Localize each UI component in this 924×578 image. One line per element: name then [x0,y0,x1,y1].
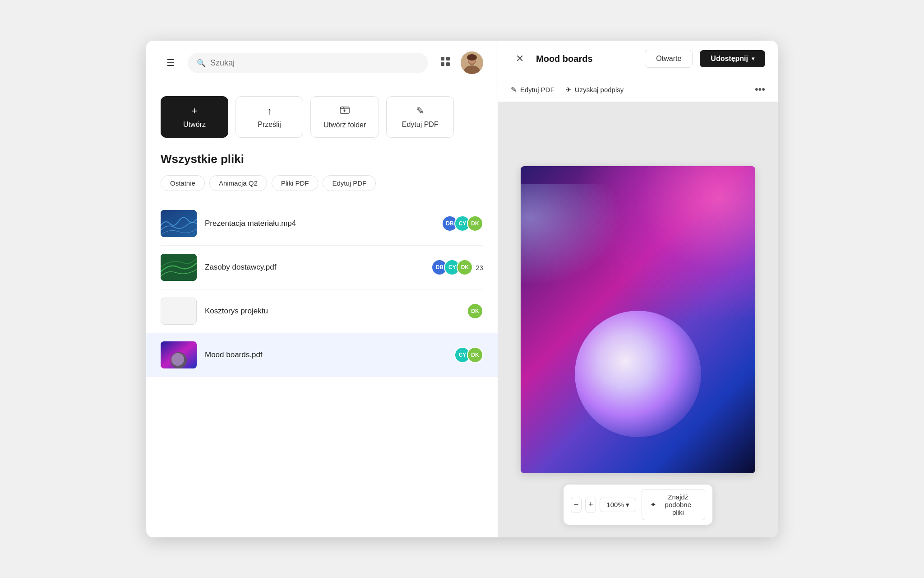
new-folder-icon [340,105,350,117]
more-icon: ••• [755,84,765,95]
get-signatures-button[interactable]: ✈ Uzyskaj podpisy [565,85,624,94]
file-name: Prezentacja materiału.mp4 [205,219,434,228]
find-similar-icon: ✦ [650,500,656,509]
file-avatar: DK [467,303,483,319]
file-thumbnail [161,298,197,325]
edit-pdf-icon-action: ✎ [416,105,424,117]
close-button[interactable]: ✕ [511,50,529,68]
open-button[interactable]: Otwarte [645,50,693,68]
svg-rect-0 [441,57,444,61]
file-avatar: DK [467,347,483,363]
file-avatar: DK [457,259,473,275]
file-item[interactable]: Kosztorys projektu DK [161,289,483,333]
file-avatar: DK [467,215,483,232]
doc-lines [175,298,182,325]
get-signatures-label: Uzyskaj podpisy [575,86,624,93]
search-input[interactable] [210,58,419,68]
action-buttons: + Utwórz ↑ Prześlij Utwórz folder [146,85,498,149]
zoom-out-button[interactable]: − [571,497,582,513]
grid-view-button[interactable] [435,53,455,73]
file-avatars: DK [467,303,483,319]
search-icon: 🔍 [197,59,206,67]
file-item-active[interactable]: Mood boards.pdf CY DK [146,333,498,377]
avatar[interactable] [461,51,483,74]
search-bar[interactable]: 🔍 [188,53,428,73]
filter-pill-editpdf[interactable]: Edytuj PDF [323,175,376,191]
preview-blob [575,311,701,437]
section-title: Wszystkie pliki [161,152,483,166]
zoom-chevron-icon: ▾ [626,501,629,509]
filter-pill-ostatnie[interactable]: Ostatnie [161,175,205,191]
svg-point-17 [171,353,184,366]
file-name: Kosztorys projektu [205,307,459,316]
file-count: 23 [476,264,483,271]
edit-pdf-label-action: Edytuj PDF [402,121,439,129]
right-panel: ✕ Mood boards Otwarte Udostępnij ▾ ✎ Edy… [498,41,778,537]
file-name: Zasoby dostawcy.pdf [205,263,423,272]
svg-point-8 [467,54,477,61]
app-window: ☰ 🔍 [146,41,778,537]
share-label: Udostępnij [711,55,748,63]
file-avatars: CY DK [454,347,483,363]
top-bar: ☰ 🔍 [146,41,498,85]
svg-rect-2 [441,62,444,66]
create-button[interactable]: + Utwórz [161,96,228,138]
filter-pills: Ostatnie Animacja Q2 Pliki PDF Edytuj PD… [161,175,483,191]
share-button[interactable]: Udostępnij ▾ [700,50,765,67]
svg-rect-12 [161,210,197,237]
preview-image [521,166,755,473]
filter-pill-pdf[interactable]: Pliki PDF [272,175,319,191]
file-thumbnail [161,210,197,237]
edit-pdf-toolbar-icon: ✎ [511,85,517,94]
zoom-level-value: 100% [606,501,624,508]
file-name: Mood boards.pdf [205,350,446,359]
zoom-level-selector[interactable]: 100% ▾ [600,498,636,512]
hamburger-icon: ☰ [166,57,175,68]
zoom-in-button[interactable]: + [585,497,596,513]
minus-icon: − [574,500,579,509]
top-bar-right [435,51,483,74]
file-item[interactable]: Zasoby dostawcy.pdf DB CY DK 23 [161,246,483,289]
get-signatures-icon: ✈ [565,85,571,94]
upload-label: Prześlij [258,121,281,129]
filter-pill-animacja[interactable]: Animacja Q2 [209,175,267,191]
file-avatars: DB CY DK 23 [431,259,483,275]
new-folder-label: Utwórz folder [323,121,366,129]
svg-rect-3 [446,62,450,66]
upload-button[interactable]: ↑ Prześlij [236,96,303,138]
file-thumbnail [161,341,197,368]
document-preview: − + 100% ▾ ✦ Znajdź podobne pliki [498,102,778,537]
new-folder-button[interactable]: Utwórz folder [310,96,379,138]
find-similar-button[interactable]: ✦ Znajdź podobne pliki [642,489,705,520]
find-similar-label: Znajdź podobne pliki [660,493,697,516]
grid-icon [440,56,450,69]
preview-glow2 [521,184,638,297]
menu-button[interactable]: ☰ [161,53,180,73]
file-item[interactable]: Prezentacja materiału.mp4 DB CY DK [161,202,483,246]
edit-pdf-toolbar-button[interactable]: ✎ Edytuj PDF [511,85,554,94]
right-header: ✕ Mood boards Otwarte Udostępnij ▾ [498,41,778,77]
svg-rect-1 [446,57,450,61]
plus-icon: + [588,500,593,509]
left-panel: ☰ 🔍 [146,41,498,537]
edit-pdf-toolbar-label: Edytuj PDF [520,86,554,93]
file-thumbnail [161,254,197,281]
create-icon: + [192,105,198,117]
files-section: Wszystkie pliki Ostatnie Animacja Q2 Pli… [146,149,498,537]
chevron-down-icon: ▾ [752,56,754,62]
zoom-bar: − + 100% ▾ ✦ Znajdź podobne pliki [564,485,712,525]
file-list: Prezentacja materiału.mp4 DB CY DK [161,202,483,377]
close-icon: ✕ [516,53,524,65]
file-avatars: DB CY DK [442,215,483,232]
create-label: Utwórz [183,121,206,129]
more-options-button[interactable]: ••• [755,84,765,95]
doc-toolbar: ✎ Edytuj PDF ✈ Uzyskaj podpisy ••• [498,77,778,102]
edit-pdf-button-action[interactable]: ✎ Edytuj PDF [386,96,454,138]
upload-icon: ↑ [267,105,272,117]
document-title: Mood boards [536,54,638,64]
